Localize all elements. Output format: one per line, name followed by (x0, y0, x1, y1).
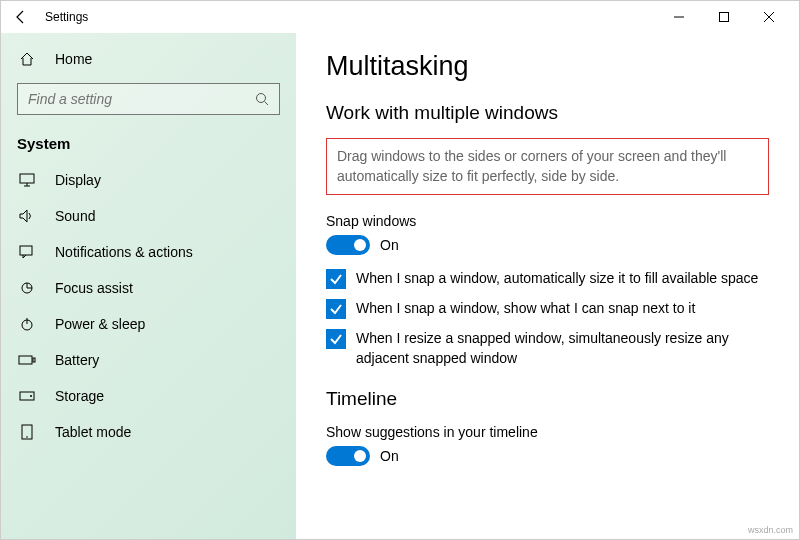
check-row-shownext: When I snap a window, show what I can sn… (326, 299, 769, 319)
svg-rect-9 (20, 246, 32, 255)
svg-point-17 (26, 436, 28, 438)
display-icon (17, 173, 37, 187)
nav-label: Power & sleep (55, 316, 145, 332)
main-panel: Multitasking Work with multiple windows … (296, 33, 799, 539)
storage-icon (17, 390, 37, 402)
checkbox-shownext[interactable] (326, 299, 346, 319)
titlebar: Settings (1, 1, 799, 33)
minimize-button[interactable] (656, 1, 701, 33)
timeline-suggest-label: Show suggestions in your timeline (326, 424, 769, 440)
snap-windows-toggle[interactable] (326, 235, 370, 255)
nav-label: Sound (55, 208, 95, 224)
check-label: When I resize a snapped window, simultan… (356, 329, 769, 368)
search-icon (255, 92, 269, 106)
check-label: When I snap a window, automatically size… (356, 269, 758, 289)
close-icon (764, 12, 774, 22)
check-icon (329, 302, 343, 316)
sound-icon (17, 209, 37, 223)
check-icon (329, 272, 343, 286)
tablet-icon (17, 424, 37, 440)
arrow-left-icon (14, 10, 28, 24)
svg-rect-13 (33, 358, 35, 362)
window-controls (656, 1, 791, 33)
sidebar: Home System Display Sound Notifications … (1, 33, 296, 539)
svg-point-15 (30, 395, 32, 397)
sidebar-item-tablet[interactable]: Tablet mode (1, 414, 296, 450)
home-icon (17, 51, 37, 67)
minimize-icon (674, 12, 684, 22)
svg-point-4 (257, 94, 266, 103)
back-button[interactable] (9, 5, 33, 29)
power-icon (17, 316, 37, 332)
sidebar-item-sound[interactable]: Sound (1, 198, 296, 234)
maximize-icon (719, 12, 729, 22)
nav-label: Tablet mode (55, 424, 131, 440)
nav-label: Focus assist (55, 280, 133, 296)
nav-label: Notifications & actions (55, 244, 193, 260)
svg-rect-1 (719, 13, 728, 22)
search-box[interactable] (17, 83, 280, 115)
check-label: When I snap a window, show what I can sn… (356, 299, 695, 319)
search-input[interactable] (28, 91, 255, 107)
sidebar-item-storage[interactable]: Storage (1, 378, 296, 414)
svg-rect-6 (20, 174, 34, 183)
checkbox-autosize[interactable] (326, 269, 346, 289)
focus-icon (17, 280, 37, 296)
nav-label: Display (55, 172, 101, 188)
check-row-autosize: When I snap a window, automatically size… (326, 269, 769, 289)
window-title: Settings (45, 10, 88, 24)
maximize-button[interactable] (701, 1, 746, 33)
page-title: Multitasking (326, 51, 769, 82)
section-heading-windows: Work with multiple windows (326, 102, 769, 124)
nav-label: Storage (55, 388, 104, 404)
svg-line-5 (265, 102, 269, 106)
watermark: wsxdn.com (748, 525, 793, 535)
snap-windows-state: On (380, 237, 399, 253)
snap-windows-label: Snap windows (326, 213, 769, 229)
checkbox-resize[interactable] (326, 329, 346, 349)
sidebar-item-display[interactable]: Display (1, 162, 296, 198)
timeline-suggest-toggle[interactable] (326, 446, 370, 466)
battery-icon (17, 354, 37, 366)
description-highlight: Drag windows to the sides or corners of … (326, 138, 769, 195)
home-label: Home (55, 51, 92, 67)
close-button[interactable] (746, 1, 791, 33)
section-heading-timeline: Timeline (326, 388, 769, 410)
section-system: System (1, 125, 296, 162)
check-icon (329, 332, 343, 346)
sidebar-item-notifications[interactable]: Notifications & actions (1, 234, 296, 270)
check-row-resize: When I resize a snapped window, simultan… (326, 329, 769, 368)
sidebar-item-battery[interactable]: Battery (1, 342, 296, 378)
nav-label: Battery (55, 352, 99, 368)
notifications-icon (17, 245, 37, 259)
sidebar-item-focus[interactable]: Focus assist (1, 270, 296, 306)
svg-rect-12 (19, 356, 32, 364)
timeline-suggest-state: On (380, 448, 399, 464)
sidebar-item-power[interactable]: Power & sleep (1, 306, 296, 342)
home-nav[interactable]: Home (1, 41, 296, 77)
